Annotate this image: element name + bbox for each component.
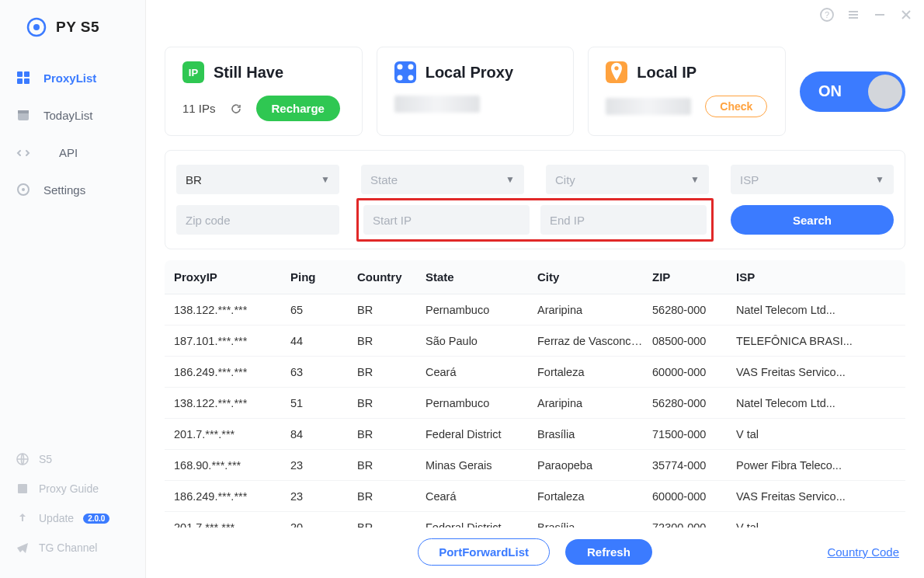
nav-proxylist[interactable]: ProxyList [0, 59, 145, 96]
book-icon [16, 482, 30, 496]
cell-ping: 20 [290, 521, 357, 528]
svg-point-24 [615, 66, 619, 70]
cell-state: São Paulo [426, 335, 537, 347]
table-row[interactable]: 186.249.***.***63BRCearáFortaleza60000-0… [165, 357, 905, 388]
cell-isp: V tal [736, 521, 876, 528]
table-row[interactable]: 168.90.***.***23BRMinas GeraisParaopeba3… [165, 450, 905, 481]
th-city: City [537, 270, 652, 284]
minimize-icon[interactable] [873, 8, 887, 22]
end-ip-input[interactable] [540, 205, 707, 235]
zip-input[interactable] [176, 205, 339, 235]
table-row[interactable]: 138.122.***.***51BRPernambucoAraripina56… [165, 388, 905, 419]
svg-point-20 [397, 64, 402, 70]
check-button[interactable]: Check [705, 96, 767, 117]
card-local-proxy: Local Proxy [377, 47, 575, 136]
city-select[interactable]: City ▼ [546, 165, 709, 194]
proxy-toggle[interactable]: ON [800, 71, 905, 112]
menu-icon[interactable] [846, 8, 860, 22]
card-title: Local Proxy [426, 64, 513, 82]
bottom-label: S5 [39, 453, 52, 465]
svg-point-9 [22, 188, 25, 191]
th-ping: Ping [290, 270, 357, 284]
cell-ip: 201.7.***.*** [174, 521, 290, 528]
cell-isp: Natel Telecom Ltd... [736, 397, 876, 409]
bottom-guide[interactable]: Proxy Guide [0, 474, 145, 503]
window-controls: ? [820, 8, 913, 22]
table-body: 138.122.***.***65BRPernambucoAraripina56… [165, 294, 905, 528]
svg-rect-4 [17, 78, 23, 84]
cell-ip: 201.7.***.*** [174, 428, 290, 440]
country-select[interactable]: BR ▼ [176, 165, 339, 194]
cell-state: Federal District [426, 428, 537, 440]
ip-range-highlight [356, 198, 714, 242]
ips-count: 11 IPs [182, 102, 216, 115]
th-isp: ISP [736, 270, 876, 284]
cell-city: Ferraz de Vasconce... [537, 335, 652, 347]
state-select[interactable]: State ▼ [361, 165, 524, 194]
table-row[interactable]: 186.249.***.***23BRCearáFortaleza60000-0… [165, 481, 905, 512]
cell-ip: 138.122.***.*** [174, 304, 290, 316]
svg-rect-5 [24, 78, 30, 84]
cell-ip: 186.249.***.*** [174, 490, 290, 503]
select-placeholder: City [555, 173, 575, 186]
recharge-button[interactable]: Recharge [256, 96, 340, 121]
nav-todaylist[interactable]: TodayList [0, 96, 145, 134]
th-state: State [426, 270, 537, 284]
nav-label: Settings [43, 183, 85, 197]
help-icon[interactable]: ? [820, 8, 834, 22]
cell-state: Ceará [426, 490, 537, 503]
svg-rect-2 [17, 71, 23, 77]
toggle-label: ON [818, 82, 842, 100]
filter-panel: BR ▼ State ▼ City ▼ ISP ▼ Search [165, 150, 905, 249]
gear-icon [16, 182, 31, 197]
table-row[interactable]: 201.7.***.***20BRFederal DistrictBrasíli… [165, 512, 905, 528]
sidebar: PY S5 ProxyList TodayList API Settings [0, 0, 146, 578]
card-title: Local IP [637, 64, 696, 82]
calendar-icon [16, 107, 31, 123]
start-ip-input[interactable] [363, 205, 530, 235]
cell-zip: 56280-000 [652, 304, 736, 316]
cell-city: Paraopeba [537, 459, 652, 472]
proxy-table: ProxyIP Ping Country State City ZIP ISP … [165, 260, 905, 528]
version-badge: 2.0.0 [83, 514, 109, 524]
cell-city: Brasília [537, 428, 652, 440]
table-row[interactable]: 201.7.***.***84BRFederal DistrictBrasíli… [165, 419, 905, 450]
th-zip: ZIP [652, 270, 736, 284]
nav-label: ProxyList [43, 71, 96, 85]
table-row[interactable]: 138.122.***.***65BRPernambucoAraripina56… [165, 294, 905, 326]
svg-rect-3 [24, 71, 30, 77]
cell-isp: TELEFÔNICA BRASI... [736, 335, 876, 347]
bottom-label: Update [39, 512, 74, 524]
svg-rect-7 [18, 110, 29, 113]
app-logo: PY S5 [0, 0, 145, 59]
cell-zip: 35774-000 [652, 459, 736, 472]
bottom-tg[interactable]: TG Channel [0, 533, 145, 562]
refresh-button[interactable]: Refresh [565, 539, 652, 565]
cell-isp: VAS Freitas Servico... [736, 366, 876, 378]
cell-state: Minas Gerais [426, 459, 537, 472]
nav-label: API [59, 146, 78, 159]
chevron-down-icon: ▼ [321, 174, 330, 185]
refresh-icon[interactable] [230, 103, 242, 115]
table-row[interactable]: 187.101.***.***44BRSão PauloFerraz de Va… [165, 326, 905, 357]
network-icon [394, 61, 416, 83]
bottom-s5[interactable]: S5 [0, 444, 145, 474]
isp-select[interactable]: ISP ▼ [731, 165, 894, 194]
status-cards: IP Still Have 11 IPs Recharge Local Prox… [146, 0, 924, 136]
nav-settings[interactable]: Settings [0, 171, 145, 208]
cell-ping: 23 [290, 490, 357, 503]
th-proxyip: ProxyIP [174, 270, 290, 284]
pin-icon [606, 61, 627, 83]
country-code-link[interactable]: Country Code [827, 545, 899, 559]
grid-icon [16, 70, 31, 85]
search-button[interactable]: Search [731, 205, 894, 235]
cell-city: Araripina [537, 304, 652, 316]
nav-api[interactable]: API [0, 134, 145, 171]
port-forward-button[interactable]: PortForwardList [418, 538, 550, 566]
bottom-update[interactable]: Update 2.0.0 [0, 503, 145, 533]
close-icon[interactable] [899, 8, 913, 22]
select-value: BR [186, 173, 202, 186]
svg-point-23 [408, 75, 413, 81]
chevron-down-icon: ▼ [505, 174, 515, 185]
card-still-have: IP Still Have 11 IPs Recharge [165, 47, 363, 136]
